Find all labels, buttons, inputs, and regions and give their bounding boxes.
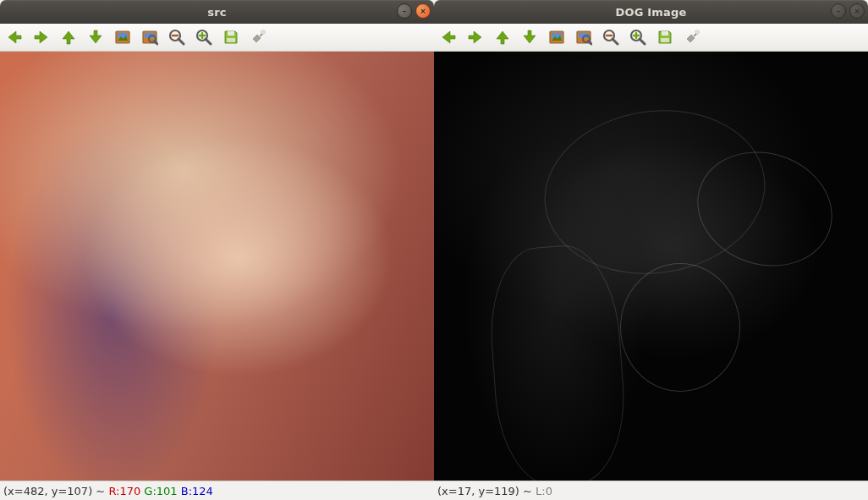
titlebar[interactable]: DOG Image – × — [434, 0, 868, 24]
nav-up-icon[interactable] — [59, 28, 78, 47]
toolbar — [434, 24, 868, 52]
image-zoomfit-icon[interactable] — [140, 28, 159, 47]
minimize-glyph: – — [403, 7, 407, 15]
titlebar[interactable]: src – × — [0, 0, 434, 24]
image-color-icon[interactable] — [547, 28, 566, 47]
zoom-out-icon[interactable] — [168, 28, 186, 47]
nav-down-icon[interactable] — [86, 28, 105, 47]
nav-up-icon[interactable] — [493, 28, 512, 47]
image-zoomfit-icon[interactable] — [574, 28, 593, 47]
statusbar: (x=17, y=119) ~ L:0 — [434, 481, 868, 500]
nav-next-icon[interactable] — [466, 28, 485, 47]
close-button[interactable]: × — [849, 3, 865, 19]
zoom-out-icon[interactable] — [602, 28, 620, 47]
close-glyph: × — [854, 7, 860, 15]
minimize-glyph: – — [837, 7, 841, 15]
toolbar — [0, 24, 434, 52]
window-controls: – × — [831, 3, 865, 19]
window-title: DOG Image — [434, 6, 868, 19]
save-icon[interactable] — [656, 28, 674, 47]
zoom-in-icon[interactable] — [195, 28, 213, 47]
nav-prev-icon[interactable] — [439, 28, 458, 47]
minimize-button[interactable]: – — [831, 3, 846, 19]
save-icon[interactable] — [222, 28, 240, 47]
cursor-coords: (x=482, y=107) ~ — [3, 485, 108, 497]
window-src: src – × (x=482, y=107) ~ R:170 G:101 B:1… — [0, 0, 434, 500]
close-glyph: × — [420, 7, 426, 15]
flashlight-icon[interactable] — [249, 28, 267, 47]
nav-prev-icon[interactable] — [5, 28, 24, 47]
pixel-g: G:101 — [144, 485, 177, 497]
image-color-icon[interactable] — [113, 28, 132, 47]
flashlight-icon[interactable] — [683, 28, 701, 47]
pixel-r: R:170 — [108, 485, 140, 497]
window-controls: – × — [397, 3, 431, 19]
cursor-coords: (x=17, y=119) ~ — [437, 485, 536, 497]
nav-next-icon[interactable] — [32, 28, 51, 47]
window-dog: DOG Image – × (x=17, y=119) ~ — [434, 0, 868, 500]
minimize-button[interactable]: – — [397, 3, 412, 19]
window-title: src — [0, 6, 434, 19]
pixel-b: B:124 — [181, 485, 213, 497]
pixel-l: L:0 — [536, 485, 552, 497]
zoom-in-icon[interactable] — [629, 28, 647, 47]
statusbar: (x=482, y=107) ~ R:170 G:101 B:124 — [0, 481, 434, 500]
image-canvas[interactable] — [434, 52, 868, 481]
close-button[interactable]: × — [415, 3, 431, 19]
image-canvas[interactable] — [0, 52, 434, 481]
nav-down-icon[interactable] — [520, 28, 539, 47]
